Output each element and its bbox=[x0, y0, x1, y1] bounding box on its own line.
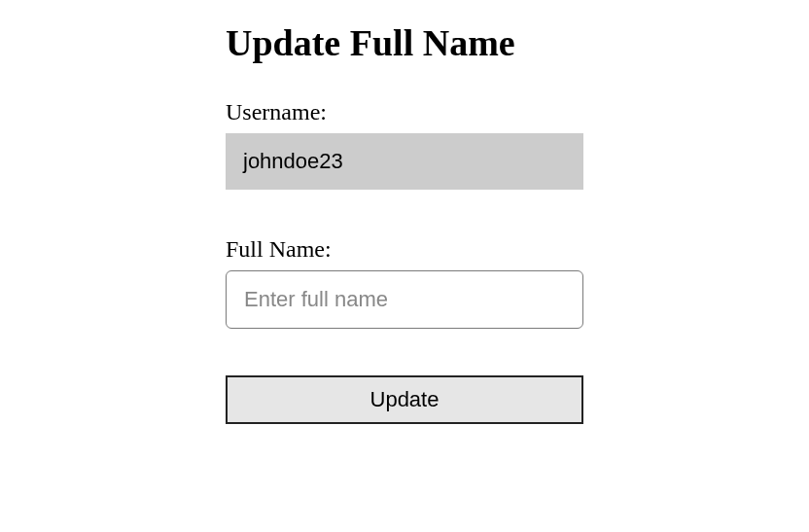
fullname-label: Full Name: bbox=[226, 236, 809, 263]
page-title: Update Full Name bbox=[226, 21, 809, 64]
fullname-input[interactable] bbox=[226, 270, 583, 329]
username-group: Username: johndoe23 bbox=[226, 99, 809, 190]
fullname-group: Full Name: bbox=[226, 236, 809, 329]
update-button[interactable]: Update bbox=[226, 375, 583, 424]
username-label: Username: bbox=[226, 99, 809, 125]
username-field: johndoe23 bbox=[226, 133, 583, 190]
